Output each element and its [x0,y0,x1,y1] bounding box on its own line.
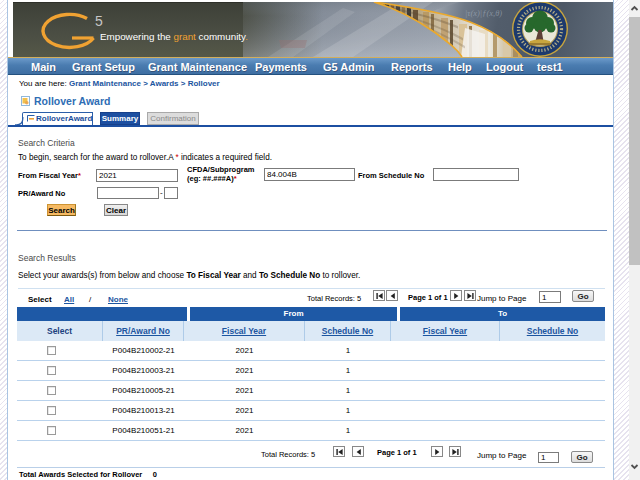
svg-text:5: 5 [95,13,103,29]
svg-text:Empowering the grant community: Empowering the grant community. [100,31,248,42]
svg-text:|τ(x)|ƒ(x,θ): |τ(x)|ƒ(x,θ) [465,8,502,18]
